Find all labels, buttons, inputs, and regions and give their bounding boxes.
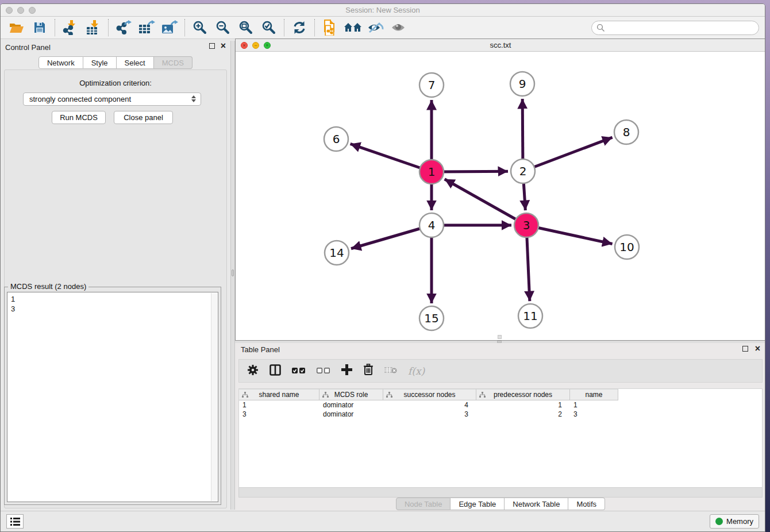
tab-mcds[interactable]: MCDS	[154, 56, 192, 69]
export-image-icon[interactable]	[158, 18, 181, 37]
run-mcds-button[interactable]: Run MCDS	[52, 111, 106, 124]
node-label: 2	[519, 164, 527, 178]
tab-select[interactable]: Select	[117, 56, 154, 69]
column-hierarchy-icon	[386, 392, 392, 398]
graph-node-15[interactable]: 15	[419, 306, 444, 330]
edge-1-6[interactable]	[351, 144, 432, 172]
delete-icon[interactable]	[363, 364, 374, 378]
tab-node-table[interactable]: Node Table	[396, 498, 451, 510]
close-table-panel-icon[interactable]: ×	[755, 345, 760, 352]
graph-node-9[interactable]: 9	[510, 72, 534, 96]
toolbar-separator	[55, 19, 55, 36]
column-header-shared-name[interactable]: shared name	[239, 389, 319, 400]
cell-mcds-role[interactable]: dominator	[319, 410, 383, 419]
cell-predecessor-nodes[interactable]: 1	[476, 400, 570, 410]
mcds-result-groupbox: MCDS result (2 nodes) 1 3	[4, 287, 221, 505]
refresh-icon[interactable]	[288, 18, 311, 37]
select-all-checks-icon[interactable]	[292, 366, 306, 376]
tab-network[interactable]: Network	[38, 56, 83, 69]
zoom-selected-icon[interactable]	[257, 18, 280, 37]
node-label: 3	[523, 218, 530, 232]
edge-2-8[interactable]	[523, 137, 613, 171]
mcds-result-textarea[interactable]: 1 3	[7, 292, 218, 502]
graph-node-10[interactable]: 10	[615, 235, 639, 259]
graph-node-4[interactable]: 4	[419, 213, 444, 237]
cell-shared-name[interactable]: 3	[239, 410, 319, 419]
tab-motifs[interactable]: Motifs	[568, 498, 605, 510]
float-table-panel-icon[interactable]	[742, 346, 748, 352]
import-table-icon[interactable]	[82, 18, 105, 37]
node-label: 15	[424, 311, 438, 325]
delete-table-icon	[384, 366, 397, 376]
column-header-name[interactable]: name	[570, 389, 618, 400]
memory-status-icon	[715, 518, 723, 525]
zoom-in-icon[interactable]	[188, 18, 211, 37]
edge-3-10[interactable]	[526, 225, 613, 244]
graph-node-7[interactable]: 7	[419, 73, 444, 97]
close-panel-button[interactable]: Close panel	[114, 111, 173, 124]
network-window-titlebar: × − + scc.txt	[236, 39, 765, 52]
canvas-resize-grip[interactable]	[498, 335, 502, 339]
table-body: 1dominator4113dominator323	[239, 400, 762, 419]
node-table: shared nameMCDS rolesuccessor nodesprede…	[238, 388, 763, 487]
control-panel-title: Control Panel	[5, 43, 51, 52]
add-column-icon[interactable]	[341, 364, 352, 377]
node-label: 1	[428, 165, 436, 179]
open-session-icon[interactable]	[5, 18, 28, 37]
new-network-from-selection-icon[interactable]	[318, 18, 341, 37]
cell-successor-nodes[interactable]: 3	[383, 410, 476, 419]
search-input[interactable]	[591, 21, 759, 35]
mcds-result-title: MCDS result (2 nodes)	[8, 282, 88, 291]
vertical-splitter[interactable]	[230, 41, 235, 510]
show-graphics-icon[interactable]	[387, 18, 410, 37]
hide-graphics-icon[interactable]	[364, 18, 387, 37]
column-header-predecessor-nodes[interactable]: predecessor nodes	[476, 389, 570, 400]
result-scrollbar[interactable]	[211, 293, 217, 501]
clear-checks-icon[interactable]	[317, 366, 330, 376]
first-neighbors-icon[interactable]	[341, 18, 364, 37]
task-history-button[interactable]	[6, 514, 24, 529]
gear-icon[interactable]	[247, 364, 259, 378]
graph-node-2[interactable]: 2	[511, 159, 535, 183]
memory-button[interactable]: Memory	[710, 514, 759, 529]
tab-edge-table[interactable]: Edge Table	[451, 498, 505, 510]
column-header-mcds-role[interactable]: MCDS role	[319, 389, 383, 400]
graph-node-6[interactable]: 6	[324, 127, 348, 151]
network-canvas[interactable]: 7968124314101511	[236, 52, 765, 340]
save-session-icon[interactable]	[28, 18, 51, 37]
graph-node-3[interactable]: 3	[514, 213, 538, 237]
table-row: 3dominator323	[239, 410, 762, 419]
export-table-icon[interactable]	[135, 18, 158, 37]
float-panel-icon[interactable]	[209, 43, 215, 49]
window-title: Session: New Session	[1, 6, 765, 14]
node-label: 4	[428, 218, 436, 232]
close-panel-icon[interactable]: ×	[221, 43, 226, 49]
graph-node-1[interactable]: 1	[419, 160, 444, 184]
edge-3-1[interactable]	[445, 179, 526, 225]
graph-node-14[interactable]: 14	[325, 241, 349, 265]
table-header-row: shared nameMCDS rolesuccessor nodesprede…	[239, 389, 762, 400]
memory-label: Memory	[726, 517, 753, 526]
function-builder-icon: f(x)	[408, 365, 425, 377]
criterion-select[interactable]: strongly connected component	[23, 92, 201, 106]
zoom-out-icon[interactable]	[211, 18, 234, 37]
cell-predecessor-nodes[interactable]: 2	[476, 410, 570, 419]
column-header-successor-nodes[interactable]: successor nodes	[383, 389, 476, 400]
cell-shared-name[interactable]: 1	[239, 400, 319, 410]
splitter-grip[interactable]	[232, 269, 234, 276]
node-label: 6	[333, 132, 340, 146]
table-footer-strip	[238, 487, 763, 498]
cell-name[interactable]: 3	[570, 410, 618, 419]
column-layout-icon[interactable]	[270, 364, 281, 378]
export-network-icon[interactable]	[112, 18, 135, 37]
graph-node-8[interactable]: 8	[614, 120, 638, 144]
node-label: 9	[519, 77, 526, 91]
cell-name[interactable]: 1	[570, 400, 618, 410]
zoom-fit-icon[interactable]	[234, 18, 257, 37]
graph-node-11[interactable]: 11	[518, 304, 542, 328]
tab-style[interactable]: Style	[83, 56, 117, 69]
import-network-icon[interactable]	[59, 18, 82, 37]
tab-network-table[interactable]: Network Table	[505, 498, 568, 510]
cell-mcds-role[interactable]: dominator	[319, 400, 383, 410]
cell-successor-nodes[interactable]: 4	[383, 400, 476, 410]
